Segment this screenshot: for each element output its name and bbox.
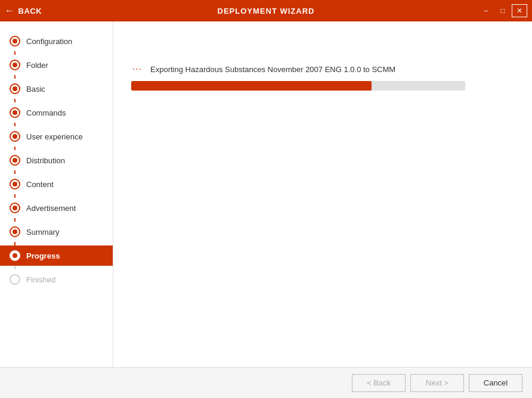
step-circle-content bbox=[10, 179, 20, 189]
sidebar-label-progress: Progress bbox=[26, 251, 60, 260]
sidebar-item-basic[interactable]: Basic bbox=[0, 79, 113, 99]
sidebar-item-folder[interactable]: Folder bbox=[0, 55, 113, 75]
progress-bar-fill bbox=[131, 81, 372, 91]
sidebar-label-configuration: Configuration bbox=[26, 37, 72, 46]
step-circle-distribution bbox=[10, 155, 20, 166]
sidebar-item-summary[interactable]: Summary bbox=[0, 222, 113, 242]
maximize-button[interactable]: □ bbox=[495, 4, 511, 17]
sidebar: Configuration Folder Basic Commands User… bbox=[0, 21, 113, 367]
step-circle-basic bbox=[10, 83, 20, 94]
step-circle-summary bbox=[10, 226, 20, 237]
back-arrow-icon: ← bbox=[5, 5, 15, 16]
back-button[interactable]: ← BACK bbox=[5, 5, 42, 16]
progress-status-row: ··· Exporting Hazardous Substances Novem… bbox=[131, 63, 465, 75]
next-button[interactable]: Next > bbox=[410, 374, 464, 392]
content-area: ··· Exporting Hazardous Substances Novem… bbox=[113, 21, 532, 367]
minimize-button[interactable]: – bbox=[478, 4, 494, 17]
window-controls: – □ ✕ bbox=[478, 4, 527, 17]
progress-text: Exporting Hazardous Substances November … bbox=[150, 65, 395, 74]
sidebar-item-content[interactable]: Content bbox=[0, 174, 113, 194]
step-circle-user-experience bbox=[10, 131, 20, 142]
sidebar-label-commands: Commands bbox=[26, 108, 66, 117]
cancel-button[interactable]: Cancel bbox=[469, 374, 522, 392]
sidebar-label-folder: Folder bbox=[26, 61, 48, 70]
step-circle-configuration bbox=[10, 36, 20, 46]
sidebar-label-finished: Finished bbox=[26, 275, 55, 284]
progress-section: ··· Exporting Hazardous Substances Novem… bbox=[131, 63, 465, 91]
titlebar: ← BACK DEPLOYMENT WIZARD – □ ✕ bbox=[0, 0, 532, 21]
step-circle-commands bbox=[10, 107, 20, 118]
sidebar-item-advertisement[interactable]: Advertisement bbox=[0, 198, 113, 218]
progress-spinner: ··· bbox=[131, 63, 143, 75]
sidebar-label-content: Content bbox=[26, 180, 54, 189]
back-label: BACK bbox=[18, 7, 42, 15]
sidebar-item-configuration[interactable]: Configuration bbox=[0, 31, 113, 51]
spinner-icon: ··· bbox=[132, 64, 142, 74]
sidebar-item-finished: Finished bbox=[0, 269, 113, 290]
step-circle-finished bbox=[10, 274, 20, 285]
step-circle-progress bbox=[10, 250, 20, 261]
sidebar-label-distribution: Distribution bbox=[26, 156, 65, 165]
sidebar-item-user-experience[interactable]: User experience bbox=[0, 126, 113, 147]
step-circle-advertisement bbox=[10, 203, 20, 213]
step-circle-folder bbox=[10, 60, 20, 70]
main-layout: Configuration Folder Basic Commands User… bbox=[0, 21, 532, 367]
back-button[interactable]: < Back bbox=[352, 374, 406, 392]
sidebar-label-basic: Basic bbox=[26, 85, 45, 94]
footer: < Back Next > Cancel bbox=[0, 367, 532, 398]
close-button[interactable]: ✕ bbox=[512, 4, 527, 17]
sidebar-item-distribution[interactable]: Distribution bbox=[0, 150, 113, 170]
progress-bar-container bbox=[131, 81, 465, 91]
sidebar-item-commands[interactable]: Commands bbox=[0, 102, 113, 123]
window-title: DEPLOYMENT WIZARD bbox=[218, 7, 315, 15]
sidebar-item-progress[interactable]: Progress bbox=[0, 245, 113, 266]
sidebar-label-advertisement: Advertisement bbox=[26, 204, 76, 213]
sidebar-label-summary: Summary bbox=[26, 228, 60, 237]
sidebar-label-user-experience: User experience bbox=[26, 132, 83, 141]
